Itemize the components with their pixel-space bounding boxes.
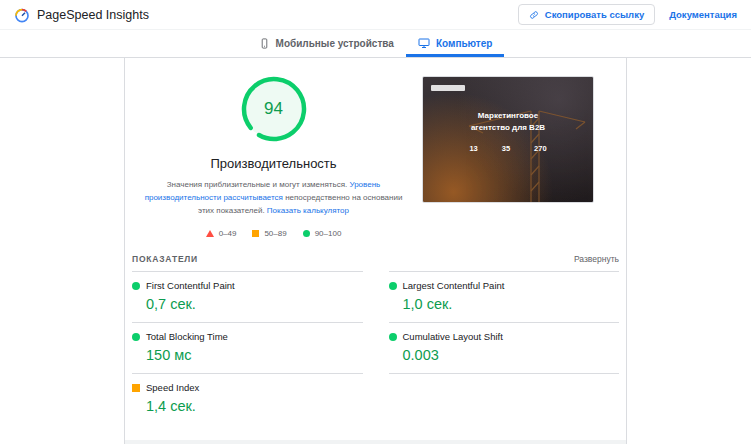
metric-row-divider bbox=[389, 373, 620, 374]
site-heading-line-2: агентство для B2B bbox=[423, 122, 593, 134]
metric-value: 0.003 bbox=[389, 347, 620, 363]
metrics-grid: First Contentful Paint 0,7 сек. Total Bl… bbox=[125, 271, 626, 424]
metric-status-icon bbox=[389, 333, 397, 341]
legend-pass-range: 90–100 bbox=[315, 229, 342, 238]
metric-name-row: Largest Contentful Paint bbox=[389, 280, 620, 291]
legend-fail-range: 0–49 bbox=[219, 229, 237, 238]
report-content: 94 Производительность Значения приблизит… bbox=[124, 58, 627, 444]
documentation-link[interactable]: Документация bbox=[669, 9, 737, 20]
show-calculator-link[interactable]: Показать калькулятор bbox=[267, 206, 349, 215]
metric-name-row: Total Blocking Time bbox=[132, 331, 363, 342]
site-stat-3: 270 bbox=[534, 144, 547, 153]
mobile-phone-icon bbox=[259, 38, 270, 49]
metric-total-blocking-time: Total Blocking Time 150 мс bbox=[132, 322, 363, 373]
metric-name-row: Cumulative Layout Shift bbox=[389, 331, 620, 342]
average-square-icon bbox=[252, 230, 259, 237]
environment-bar: Captured at 18 дек. 2024 г., 13:49 GMT+4… bbox=[125, 440, 626, 444]
metric-label: Total Blocking Time bbox=[146, 331, 228, 342]
metric-value: 1,0 сек. bbox=[389, 296, 620, 312]
description-text-1: Значения приблизительные и могут изменят… bbox=[167, 180, 350, 189]
tab-desktop[interactable]: Компьютер bbox=[406, 30, 505, 57]
performance-title: Производительность bbox=[210, 156, 336, 171]
metrics-header: ПОКАЗАТЕЛИ Развернуть bbox=[125, 254, 626, 271]
metric-label: Cumulative Layout Shift bbox=[403, 331, 503, 342]
site-hero-text: Маркетинговое агентство для B2B 13 35 27… bbox=[423, 110, 593, 153]
metric-name-row: First Contentful Paint bbox=[132, 280, 363, 291]
site-heading-line-1: Маркетинговое bbox=[423, 110, 593, 122]
performance-score: 94 bbox=[241, 76, 307, 142]
metrics-column-left: First Contentful Paint 0,7 сек. Total Bl… bbox=[132, 271, 363, 424]
metric-status-icon bbox=[389, 282, 397, 290]
page-screenshot-thumbnail: Маркетинговое агентство для B2B 13 35 27… bbox=[422, 76, 594, 203]
legend-average-range: 50–89 bbox=[264, 229, 286, 238]
metric-name-row: Speed Index bbox=[132, 382, 363, 393]
device-tabs: Мобильные устройства Компьютер bbox=[0, 30, 751, 58]
metric-status-icon bbox=[132, 282, 140, 290]
metric-status-icon bbox=[132, 333, 140, 341]
site-stats: 13 35 270 bbox=[423, 144, 593, 153]
metric-largest-contentful-paint: Largest Contentful Paint 1,0 сек. bbox=[389, 271, 620, 322]
performance-gauge: 94 bbox=[241, 76, 307, 142]
legend-average: 50–89 bbox=[252, 229, 286, 238]
link-icon bbox=[529, 10, 539, 20]
site-logo bbox=[431, 85, 465, 91]
tab-mobile[interactable]: Мобильные устройства bbox=[247, 30, 406, 57]
site-stat-1: 13 bbox=[469, 144, 477, 153]
metric-value: 0,7 сек. bbox=[132, 296, 363, 312]
legend-pass: 90–100 bbox=[303, 229, 342, 238]
app-title: PageSpeed Insights bbox=[37, 8, 149, 22]
metric-label: Speed Index bbox=[146, 382, 199, 393]
pagespeed-logo-icon bbox=[14, 7, 30, 23]
metric-value: 150 мс bbox=[132, 347, 363, 363]
metric-label: Largest Contentful Paint bbox=[403, 280, 505, 291]
metric-speed-index: Speed Index 1,4 сек. bbox=[132, 373, 363, 424]
metric-label: First Contentful Paint bbox=[146, 280, 235, 291]
desktop-monitor-icon bbox=[418, 37, 430, 49]
tab-mobile-label: Мобильные устройства bbox=[276, 38, 394, 49]
metric-value: 1,4 сек. bbox=[132, 398, 363, 414]
performance-description: Значения приблизительные и могут изменят… bbox=[145, 179, 403, 217]
metric-status-icon bbox=[132, 384, 140, 392]
pass-circle-icon bbox=[303, 230, 310, 237]
score-section: 94 Производительность Значения приблизит… bbox=[125, 76, 626, 238]
legend-fail: 0–49 bbox=[206, 229, 237, 238]
brand[interactable]: PageSpeed Insights bbox=[14, 7, 149, 23]
score-legend: 0–49 50–89 90–100 bbox=[206, 229, 342, 238]
fail-triangle-icon bbox=[206, 230, 214, 237]
score-column: 94 Производительность Значения приблизит… bbox=[125, 76, 422, 238]
top-bar: PageSpeed Insights Скопировать ссылку До… bbox=[0, 0, 751, 30]
copy-link-button[interactable]: Скопировать ссылку bbox=[518, 4, 655, 25]
expand-metrics-button[interactable]: Развернуть bbox=[574, 254, 619, 264]
metrics-column-right: Largest Contentful Paint 1,0 сек. Cumula… bbox=[389, 271, 620, 424]
metric-cumulative-layout-shift: Cumulative Layout Shift 0.003 bbox=[389, 322, 620, 373]
top-bar-actions: Скопировать ссылку Документация bbox=[518, 4, 737, 25]
tab-desktop-label: Компьютер bbox=[436, 38, 493, 49]
copy-link-label: Скопировать ссылку bbox=[545, 9, 644, 20]
metrics-section-title: ПОКАЗАТЕЛИ bbox=[132, 254, 198, 264]
metric-first-contentful-paint: First Contentful Paint 0,7 сек. bbox=[132, 271, 363, 322]
site-stat-2: 35 bbox=[502, 144, 510, 153]
